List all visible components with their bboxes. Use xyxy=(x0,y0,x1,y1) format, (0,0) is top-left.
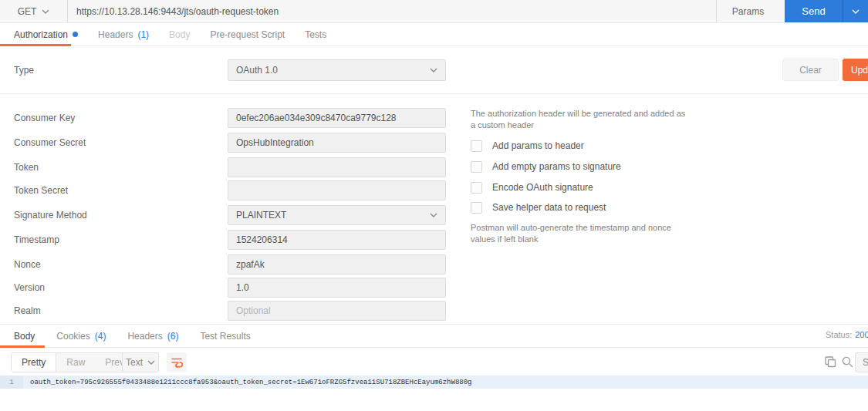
signature-method-value: PLAINTEXT xyxy=(236,210,286,221)
signature-method-select[interactable]: PLAINTEXT xyxy=(228,205,446,225)
tab-response-headers-label: Headers xyxy=(127,331,162,342)
checkbox-label: Save helper data to request xyxy=(492,202,606,213)
chevron-down-icon xyxy=(147,360,155,365)
method-dropdown[interactable]: GET xyxy=(0,0,68,22)
form-row-consumer-key: Consumer Key xyxy=(0,108,463,128)
timestamp-input[interactable] xyxy=(228,230,446,250)
copy-response-button[interactable] xyxy=(824,355,837,369)
token-label: Token xyxy=(14,162,39,173)
tab-headers[interactable]: Headers (1) xyxy=(98,29,149,40)
tab-pre-request-script[interactable]: Pre-request Script xyxy=(210,29,285,40)
line-number[interactable]: 1 xyxy=(0,376,23,389)
token-input[interactable] xyxy=(228,157,446,177)
nonce-input[interactable] xyxy=(228,254,446,275)
search-response-button[interactable] xyxy=(841,355,854,369)
response-format-select[interactable]: Text xyxy=(122,352,159,372)
auth-configured-dot-icon xyxy=(73,32,78,37)
request-tabs: Authorization Headers (1) Body Pre-reque… xyxy=(0,23,868,46)
checkbox-icon[interactable] xyxy=(471,140,482,152)
response-body-text[interactable]: oauth_token=795c926555f0433488e1211ccc8f… xyxy=(23,379,472,386)
response-tabs: Body Cookies (4) Headers (6) Test Result… xyxy=(0,324,868,348)
checkbox-label: Add params to header xyxy=(492,140,584,151)
status-value: 200 OK xyxy=(855,330,868,339)
status-label: Status: xyxy=(826,330,852,339)
search-icon xyxy=(841,355,854,369)
url-input[interactable]: https://10.13.28.146:9443/jts/oauth-requ… xyxy=(68,0,716,22)
checkbox-row-add-empty-params[interactable]: Add empty params to signature xyxy=(471,160,621,173)
version-label: Version xyxy=(14,282,45,293)
form-row-version: Version xyxy=(0,278,463,298)
realm-label: Realm xyxy=(14,305,41,316)
tab-body[interactable]: Body xyxy=(169,29,190,40)
save-response-button[interactable]: S xyxy=(855,352,868,372)
request-url-bar: GET https://10.13.28.146:9443/jts/oauth-… xyxy=(0,0,868,23)
wrap-text-icon xyxy=(170,355,184,369)
token-secret-label: Token Secret xyxy=(14,185,68,196)
send-options-button[interactable] xyxy=(843,0,868,22)
tab-cookies[interactable]: Cookies (4) xyxy=(56,331,106,342)
params-button[interactable]: Params xyxy=(716,0,779,22)
wrap-text-button[interactable] xyxy=(167,352,187,372)
chevron-down-icon xyxy=(42,9,49,14)
response-status: Status:200 OK xyxy=(826,330,868,339)
tab-response-body-label: Body xyxy=(14,331,35,342)
checkbox-icon[interactable] xyxy=(471,182,482,194)
auth-header-help-text: The authorization header will be generat… xyxy=(471,108,687,131)
nonce-label: Nonce xyxy=(14,259,41,270)
checkbox-label: Encode OAuth signature xyxy=(492,182,593,193)
form-row-realm: Realm xyxy=(0,301,463,321)
timestamp-label: Timestamp xyxy=(14,234,59,245)
tab-headers-label: Headers xyxy=(98,29,133,40)
checkbox-row-encode-oauth-signature[interactable]: Encode OAuth signature xyxy=(471,181,593,194)
tab-body-label: Body xyxy=(169,29,190,40)
active-tab-underline xyxy=(0,44,71,46)
checkbox-icon[interactable] xyxy=(471,161,482,173)
raw-view-button[interactable]: Raw xyxy=(56,353,95,372)
section-divider xyxy=(0,93,868,94)
autogenerate-help-text: Postman will auto-generate the timestamp… xyxy=(471,222,687,245)
tab-cookies-label: Cookies xyxy=(56,331,90,342)
tab-response-headers[interactable]: Headers (6) xyxy=(127,331,178,342)
token-secret-input[interactable] xyxy=(228,180,446,200)
tab-test-results[interactable]: Test Results xyxy=(200,331,250,342)
send-button[interactable]: Send xyxy=(785,0,843,22)
form-row-token-secret: Token Secret xyxy=(0,180,463,200)
tab-headers-count: (1) xyxy=(137,29,149,40)
copy-icon xyxy=(824,355,837,369)
checkbox-icon[interactable] xyxy=(471,202,482,214)
chevron-down-icon xyxy=(430,68,437,72)
type-label: Type xyxy=(14,65,34,76)
version-input[interactable] xyxy=(228,278,446,298)
tab-response-body[interactable]: Body xyxy=(14,331,35,342)
form-row-nonce: Nonce xyxy=(0,254,463,275)
tab-authorization-label: Authorization xyxy=(14,29,68,40)
consumer-secret-input[interactable] xyxy=(228,133,446,153)
pretty-view-button[interactable]: Pretty xyxy=(12,353,56,372)
clear-button[interactable]: Clear xyxy=(782,59,839,81)
auth-type-value: OAuth 1.0 xyxy=(236,65,278,76)
consumer-key-input[interactable] xyxy=(228,108,446,128)
tab-test-results-label: Test Results xyxy=(200,331,250,342)
checkbox-row-save-helper-data[interactable]: Save helper data to request xyxy=(471,201,606,214)
auth-type-select[interactable]: OAuth 1.0 xyxy=(228,59,446,81)
chevron-down-icon xyxy=(430,213,437,217)
tab-tests[interactable]: Tests xyxy=(305,29,326,40)
tab-response-headers-count: (6) xyxy=(167,331,179,342)
response-format-value: Text xyxy=(126,357,143,368)
signature-method-label: Signature Method xyxy=(14,210,87,221)
tab-cookies-count: (4) xyxy=(95,331,106,342)
form-row-consumer-secret: Consumer Secret xyxy=(0,133,463,153)
postman-request-window: GET https://10.13.28.146:9443/jts/oauth-… xyxy=(0,0,868,411)
response-body-line: 1 oauth_token=795c926555f0433488e1211ccc… xyxy=(0,376,868,389)
update-request-button[interactable]: Update xyxy=(843,59,868,81)
tab-authorization[interactable]: Authorization xyxy=(14,29,78,40)
response-toolbar: Pretty Raw Preview Text xyxy=(0,348,868,376)
tab-tests-label: Tests xyxy=(305,29,326,40)
form-row-timestamp: Timestamp xyxy=(0,230,463,250)
realm-input[interactable] xyxy=(228,301,446,321)
form-row-signature-method: Signature Method PLAINTEXT xyxy=(0,205,463,225)
consumer-secret-label: Consumer Secret xyxy=(14,137,86,148)
checkbox-row-add-params-to-header[interactable]: Add params to header xyxy=(471,140,584,152)
checkbox-label: Add empty params to signature xyxy=(492,161,621,172)
method-label: GET xyxy=(18,6,37,17)
